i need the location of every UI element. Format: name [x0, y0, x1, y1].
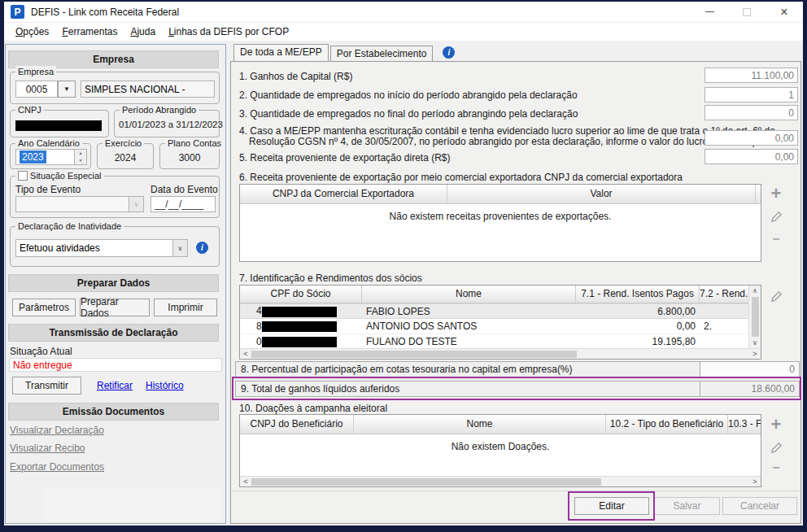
menu-opcoes[interactable]: Opções: [9, 24, 55, 39]
data-evento-label: Data do Evento: [150, 184, 218, 195]
scroll-left-icon[interactable]: <: [240, 349, 251, 359]
horizontal-scroll-thumb[interactable]: [251, 351, 577, 358]
edit-doacao-pencil-icon[interactable]: [768, 439, 784, 456]
tab-content: 1. Ganhos de Capital (R$) 11.100,00 2. Q…: [230, 61, 801, 524]
empresa-dropdown-button[interactable]: ▼: [58, 81, 76, 98]
col-cnpj-exportadora[interactable]: CNPJ da Comercial Exportadora: [240, 185, 447, 203]
group-exercicio-label: Exercício: [103, 137, 144, 149]
horizontal-scroll-thumb[interactable]: [251, 478, 601, 486]
editar-button[interactable]: Editar: [574, 497, 649, 515]
col-103[interactable]: 10.3 - F: [728, 415, 761, 434]
inatividade-combo[interactable]: Efetuou atividades ∨: [15, 239, 188, 257]
add-doacao-icon[interactable]: +: [768, 416, 784, 433]
col-cnpj-beneficiario[interactable]: CNPJ do Beneficiário: [240, 415, 354, 434]
edit-exportacao-pencil-icon[interactable]: [768, 208, 784, 225]
menu-ajuda[interactable]: Ajuda: [124, 24, 162, 39]
visualizar-declaracao-link[interactable]: Visualizar Declaração: [10, 425, 104, 436]
group-cnpj: CNPJ: [10, 110, 109, 137]
empresa-code-field[interactable]: 0005: [15, 81, 58, 98]
table-exportacoes-header: CNPJ da Comercial Exportadora Valor: [240, 185, 761, 204]
scroll-down-icon[interactable]: ∨: [752, 338, 757, 348]
minimize-button[interactable]: [691, 2, 728, 22]
item1-field[interactable]: 11.100,00: [704, 68, 798, 83]
footer-separator: [232, 491, 800, 491]
table-doacoes-horizontal-scrollbar[interactable]: < >: [240, 476, 761, 486]
col-rend-tributaveis[interactable]: 7.2 - Rend. Tribu: [700, 286, 748, 303]
item3-field[interactable]: 0: [704, 105, 798, 120]
col-tipo-beneficiario[interactable]: 10.2 - Tipo do Beneficiário: [606, 415, 728, 434]
menu-linhas-defis-cfop[interactable]: Linhas da DEFIS por CFOP: [162, 24, 295, 39]
imprimir-button[interactable]: Imprimir: [154, 299, 217, 316]
col-nome[interactable]: Nome: [362, 286, 576, 303]
minimize-icon: [705, 11, 714, 12]
exportar-documentos-link[interactable]: Exportar Documentos: [10, 461, 104, 473]
scroll-right-icon[interactable]: >: [749, 477, 761, 486]
sidebar-bottom-inset: [45, 489, 222, 521]
vertical-scroll-thumb[interactable]: [752, 297, 759, 337]
declaracao-inatividade-label: Declaração de Inatividade: [15, 220, 124, 232]
remove-exportacao-icon[interactable]: −: [768, 231, 784, 247]
col-cpf-socio[interactable]: CPF do Sócio: [240, 286, 362, 303]
item8-label: 8. Percentual de participação em cotas t…: [236, 364, 700, 375]
redacted-cpf: [262, 321, 337, 332]
close-button[interactable]: ×: [766, 2, 803, 22]
item5-label: 5. Receita proveniente de exportação dir…: [239, 152, 450, 164]
tipo-evento-combo[interactable]: ∨: [15, 196, 144, 212]
item5-field[interactable]: 0,00: [704, 149, 798, 164]
item6-label: 6. Receita proveniente de exportação por…: [239, 172, 683, 183]
exercicio-value: 2024: [98, 152, 153, 164]
chevron-down-icon: ∨: [172, 240, 187, 256]
table-row-socio-1[interactable]: 4 FABIO LOPES 6.800,00: [240, 303, 748, 319]
situacao-especial-checkbox[interactable]: [18, 171, 28, 181]
item3-label: 3. Quantidade de empregados no final do …: [239, 108, 578, 120]
empresa-name-field[interactable]: SIMPLES NACIONAL -: [81, 81, 215, 98]
salvar-button[interactable]: Salvar: [654, 497, 720, 515]
table-socios: CPF do Sócio Nome 7.1 - Rend. Isentos Pa…: [239, 285, 761, 360]
scroll-up-icon[interactable]: ∧: [752, 286, 757, 296]
table-socios-vertical-scrollbar[interactable]: ∧ ∨: [748, 286, 761, 348]
col-rend-isentos[interactable]: 7.1 - Rend. Isentos Pagos: [576, 286, 700, 303]
spin-down-icon: ▼: [75, 157, 86, 164]
window-inner: P DEFIS - Link com Receita Federal × Opç…: [4, 2, 803, 525]
add-exportacao-icon[interactable]: +: [768, 185, 784, 202]
maximize-button[interactable]: [728, 2, 766, 22]
inatividade-value: Efetuou atividades: [20, 242, 100, 254]
table-row-socio-2[interactable]: 8 ANTONIO DOS SANTOS 0,00 2.: [240, 319, 748, 334]
retificar-link[interactable]: Retificar: [97, 380, 133, 391]
visualizar-recibo-link[interactable]: Visualizar Recibo: [10, 443, 85, 454]
group-periodo: Período Abrangido 01/01/2023 a 31/12/202…: [114, 110, 220, 137]
menu-ferramentas[interactable]: Ferramentas: [55, 24, 124, 39]
ano-calendario-spinner[interactable]: ▲ ▼: [74, 150, 86, 164]
tab-de-toda-a-me-epp[interactable]: De toda a ME/EPP: [233, 44, 329, 61]
table-socios-horizontal-scrollbar[interactable]: < >: [240, 348, 761, 359]
ano-calendario-field[interactable]: 2023 ▲ ▼: [15, 149, 87, 165]
transmitir-button[interactable]: Transmitir: [12, 377, 81, 395]
info-icon[interactable]: i: [196, 242, 208, 254]
parametros-button[interactable]: Parâmetros: [12, 299, 76, 316]
group-empresa: Empresa 0005 ▼ SIMPLES NACIONAL -: [10, 72, 220, 104]
tipo-evento-label: Tipo de Evento: [15, 184, 81, 195]
historico-link[interactable]: Histórico: [146, 380, 184, 391]
item4-field[interactable]: 0,00: [704, 130, 798, 146]
group-plano-contas: Plano Contas 3000: [159, 143, 220, 169]
data-evento-field[interactable]: __/__/____: [150, 196, 216, 212]
situacao-especial-legend: Situação Especial: [15, 170, 104, 181]
scroll-right-icon[interactable]: >: [749, 349, 761, 359]
table-exportacoes-body: Não existem receitas provenientes de exp…: [240, 204, 761, 222]
section-header-preparar-dados: Preparar Dados: [8, 274, 219, 292]
preparar-dados-button[interactable]: Preparar Dados: [80, 299, 150, 316]
col-valor[interactable]: Valor: [447, 185, 756, 203]
sidebar: Empresa Empresa 0005 ▼ SIMPLES NACIONAL …: [5, 44, 226, 524]
col-nome[interactable]: Nome: [354, 415, 606, 434]
info-icon[interactable]: i: [443, 46, 455, 59]
redacted-cnpj-value: [15, 120, 102, 131]
scroll-left-icon[interactable]: <: [240, 477, 251, 486]
item9-field[interactable]: 18.600,00: [700, 382, 799, 396]
remove-doacao-icon[interactable]: −: [768, 460, 784, 476]
cancelar-button[interactable]: Cancelar: [722, 497, 797, 515]
table-doacoes: CNPJ do Beneficiário Nome 10.2 - Tipo do…: [239, 414, 761, 487]
edit-socio-pencil-icon[interactable]: [768, 288, 784, 304]
item2-field[interactable]: 1: [704, 87, 798, 102]
tab-por-estabelecimento[interactable]: Por Estabelecimento: [330, 46, 434, 61]
item8-field[interactable]: 0: [700, 362, 799, 377]
